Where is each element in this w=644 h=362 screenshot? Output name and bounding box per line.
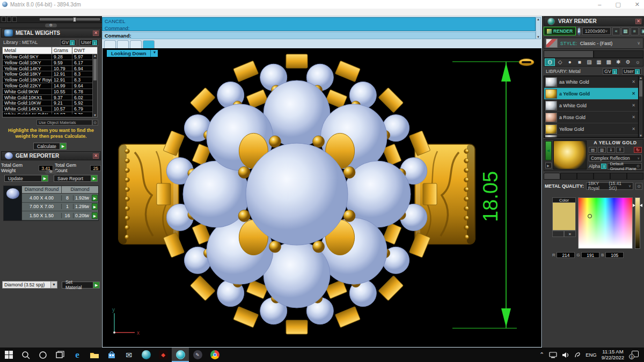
gv-toggle[interactable]: GVI xyxy=(60,39,76,46)
edge-icon[interactable]: e xyxy=(69,348,86,362)
chevron-down-icon[interactable]: ▼ xyxy=(150,50,158,57)
render-sphere-icon[interactable]: ▸ xyxy=(577,27,581,35)
detail-tab[interactable] xyxy=(594,173,610,180)
gem-row[interactable]: 7.00 X 7.00 1 1.29tw ▶ xyxy=(22,203,98,212)
material-list-item[interactable]: Yellow Gold ✕ xyxy=(544,123,643,135)
export-icon[interactable]: ⇑ xyxy=(616,147,624,153)
table-row[interactable]: Yellow Gold:14KY 10.79 6.94 xyxy=(3,66,97,72)
material-list-item[interactable]: a Rose Gold ✕ xyxy=(544,112,643,123)
material-list-item[interactable]: aa White Gold ✕ xyxy=(544,76,643,88)
delete-icon[interactable]: ✕ xyxy=(632,91,635,96)
mail-icon[interactable]: ✉ xyxy=(120,348,137,362)
table-scrollbar[interactable]: ▲▼ xyxy=(92,54,97,117)
speaker-icon[interactable] xyxy=(562,352,569,358)
flat-square-icon[interactable]: ■ xyxy=(575,58,584,66)
save-icon[interactable]: ▤ xyxy=(589,147,597,153)
user-toggle[interactable]: UserI xyxy=(622,68,641,75)
color-wheel-button[interactable] xyxy=(552,231,564,237)
gem-material-select[interactable]: Diamond (3.52 spg) ▼ xyxy=(2,281,57,289)
lightbulb-icon[interactable]: ☼ xyxy=(633,58,642,66)
collapse-handle[interactable]: ⊖ xyxy=(45,24,57,27)
table-row[interactable]: White Gold:14KX1 10.57 6.79 xyxy=(3,106,97,112)
import-icon[interactable]: ⇓ xyxy=(607,147,615,153)
list-icon[interactable]: ≡ xyxy=(631,27,639,35)
reflection-select[interactable]: Complex Reflection∨ xyxy=(589,154,642,161)
table-row[interactable]: Yellow Gold:18KY Royal 12.91 8.3 xyxy=(3,77,97,83)
editor-tab[interactable] xyxy=(544,50,594,58)
editor-tab[interactable] xyxy=(594,50,643,58)
play-icon[interactable]: ▶ xyxy=(92,212,98,219)
minimize-button[interactable]: – xyxy=(598,1,601,8)
clock[interactable]: 11:15 AM 9/22/2022 xyxy=(602,349,624,361)
viewer-app-icon[interactable] xyxy=(137,348,155,362)
close-panel-icon[interactable]: ✕ xyxy=(93,31,99,36)
language-indicator[interactable]: ENG xyxy=(586,352,597,358)
viewport-tab[interactable] xyxy=(104,40,116,48)
gem-icon[interactable]: ◇ xyxy=(555,58,565,66)
gem-row[interactable]: 4.00 X 4.00 8 1.92tw ▶ xyxy=(22,194,98,203)
viewport-tab[interactable] xyxy=(143,40,155,48)
delete-icon[interactable]: ✕ xyxy=(632,127,635,131)
network-icon[interactable] xyxy=(549,352,557,358)
close-button[interactable]: ✕ xyxy=(635,1,640,8)
material-list-item[interactable]: a White Gold ✕ xyxy=(544,100,643,112)
sphere-icon[interactable]: ● xyxy=(565,58,574,66)
table-row[interactable]: White Gold:10KX1 9.37 6.02 xyxy=(3,95,97,101)
slider-handle[interactable] xyxy=(633,204,642,208)
detail-tab[interactable] xyxy=(560,173,577,180)
delete-icon[interactable]: ✕ xyxy=(632,79,635,84)
mini-toolbar-button[interactable] xyxy=(2,17,6,22)
detail-tab[interactable] xyxy=(610,173,627,180)
update-button[interactable]: Update▶ xyxy=(4,175,48,182)
viewport-3d[interactable]: Looking Down ▼ 18.05xy xyxy=(103,48,541,347)
chevron-down-icon[interactable]: ∨ xyxy=(637,41,641,46)
noise-square-icon[interactable]: ▩ xyxy=(604,58,613,66)
save-report-button[interactable]: Save Report▶ xyxy=(54,175,98,182)
refresh-icon[interactable]: ↻ xyxy=(634,147,642,153)
cortana-icon[interactable] xyxy=(34,348,52,362)
table-row[interactable]: Yellow Gold:18KY 12.91 8.3 xyxy=(3,71,97,77)
material-list-item-partial[interactable] xyxy=(544,135,643,138)
set-material-button[interactable]: Set Material▶ xyxy=(62,282,100,289)
use-object-materials[interactable]: Use Object Materials ⊙ xyxy=(36,120,98,125)
mini-toolbar-button[interactable] xyxy=(12,17,17,22)
grid-square-icon[interactable]: ▦ xyxy=(594,58,603,66)
paint-app-icon[interactable]: ✎ xyxy=(189,348,206,362)
film-settings-icon[interactable]: ▦ xyxy=(621,27,630,35)
close-panel-icon[interactable]: ✕ xyxy=(635,19,641,24)
explorer-icon[interactable] xyxy=(86,348,103,362)
pen-icon[interactable] xyxy=(574,352,581,358)
table-row[interactable]: Yellow Gold:9KY 9.28 5.97 xyxy=(3,54,97,60)
render-button[interactable]: RENDER xyxy=(544,27,576,35)
detail-tab[interactable] xyxy=(544,173,560,180)
palette-gear-icon[interactable]: ✱ xyxy=(614,58,623,66)
tray-chevron-icon[interactable]: ⌃ xyxy=(539,351,544,358)
detail-tab[interactable] xyxy=(627,173,643,180)
table-row[interactable]: Yellow Gold:10KY 9.59 6.17 xyxy=(3,60,97,66)
user-toggle[interactable]: UserI xyxy=(79,39,99,46)
metal-quality-select[interactable]: 18KY Royal (15.41 SG) ∨ xyxy=(586,182,633,190)
command-scrollbar[interactable]: ▲▼ xyxy=(536,17,541,39)
resolution-select[interactable]: 1200x900∨ xyxy=(582,27,611,35)
calculate-button[interactable]: Calculate ▶ xyxy=(33,143,67,150)
play-icon[interactable]: ▶ xyxy=(92,203,98,210)
gear-icon[interactable]: ⊙ xyxy=(635,183,642,190)
matrix-app-icon[interactable]: ◆ xyxy=(155,348,172,362)
active-app-icon[interactable] xyxy=(172,348,189,362)
material-scrollbar[interactable]: ▲▼ xyxy=(638,76,643,137)
table-row[interactable]: White Gold:14K PdW 12.07 7.76 xyxy=(3,112,97,114)
delete-icon[interactable]: ✕ xyxy=(632,103,635,108)
viewport-tab[interactable] xyxy=(117,40,129,48)
viewport-label[interactable]: Looking Down ▼ xyxy=(107,50,158,57)
expand-button[interactable]: ▶ xyxy=(545,162,552,168)
gear-icon[interactable]: ⊙ xyxy=(92,120,98,125)
maximize-button[interactable]: ▢ xyxy=(615,1,620,8)
store-icon[interactable] xyxy=(103,348,120,362)
search-icon[interactable] xyxy=(17,348,34,362)
hue-saturation-field[interactable] xyxy=(578,197,633,249)
alpha-toggle[interactable]: I xyxy=(601,164,606,169)
action-center-icon[interactable]: 3 xyxy=(629,351,639,359)
command-prompt[interactable]: Command: xyxy=(102,32,536,39)
delete-icon[interactable]: ✕ xyxy=(632,115,635,120)
gem-row[interactable]: 1.50 X 1.50 16 0.20tw ▶ xyxy=(22,211,98,220)
